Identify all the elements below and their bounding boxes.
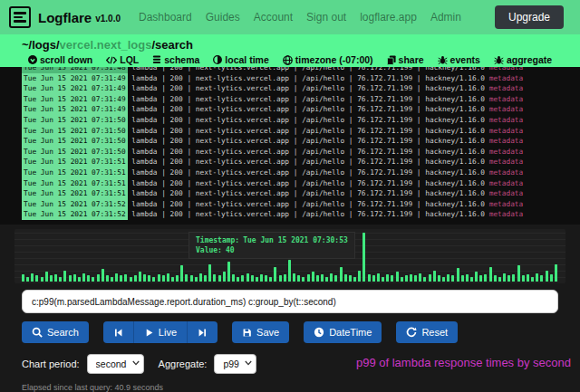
chart-bar (82, 273, 85, 282)
globe-icon (283, 55, 293, 65)
chart-bar (143, 274, 146, 282)
chart-bar (269, 277, 272, 282)
chart-bar (297, 275, 300, 282)
metadata-link[interactable]: metadata (489, 84, 524, 92)
scroll-down-toggle[interactable]: scroll down (28, 54, 92, 65)
events-tab[interactable]: events (438, 54, 480, 65)
breadcrumb-logs-link[interactable]: ~/logs/ (22, 38, 60, 52)
chart-bar (293, 273, 295, 282)
chart-bar (540, 275, 543, 282)
chart-bar (494, 275, 497, 282)
log-row[interactable]: Tue Jun 15 2021 07:31:49 lambda | 200 | … (22, 83, 580, 94)
nav-guides[interactable]: Guides (206, 11, 240, 24)
step-backward-button[interactable] (103, 321, 134, 343)
log-row[interactable]: Tue Jun 15 2021 07:31:50 lambda | 200 | … (22, 115, 580, 126)
chart-bar (185, 274, 188, 282)
chart-bar (204, 275, 207, 282)
log-row[interactable]: Tue Jun 15 2021 07:31:52 lambda | 200 | … (22, 209, 580, 220)
chart-bar (489, 267, 492, 282)
bug-icon (494, 55, 504, 65)
lql-help[interactable]: LQL (106, 54, 139, 65)
chart-bar (208, 264, 211, 282)
aggregate-select[interactable]: p99 (214, 354, 256, 374)
datetime-button[interactable]: DateTime (304, 321, 382, 343)
tooltip-timestamp-label: Timestamp: (196, 236, 239, 244)
chart-bar (195, 277, 198, 282)
log-message: lambda | 200 | next-lytics.vercel.app | … (128, 95, 489, 103)
live-button[interactable]: Live (134, 321, 188, 343)
chart-bar (274, 267, 276, 282)
metadata-link[interactable]: metadata (489, 200, 524, 208)
metadata-link[interactable]: metadata (489, 105, 524, 113)
chart-bar (457, 268, 459, 282)
log-row[interactable]: Tue Jun 15 2021 07:31:52 lambda | 200 | … (22, 199, 580, 210)
log-row[interactable]: Tue Jun 15 2021 07:31:48 lambda | 200 | … (22, 67, 580, 73)
metadata-link[interactable]: metadata (489, 127, 524, 135)
log-row[interactable]: Tue Jun 15 2021 07:31:50 lambda | 200 | … (22, 126, 580, 137)
upgrade-button[interactable]: Upgrade (495, 5, 564, 29)
chart-bar (139, 272, 141, 282)
metadata-link[interactable]: metadata (489, 179, 524, 187)
chart-bar (382, 277, 384, 282)
nav-dashboard[interactable]: Dashboard (139, 11, 192, 24)
metadata-link[interactable]: metadata (489, 74, 524, 82)
chart-bar (414, 275, 417, 282)
metadata-link[interactable]: metadata (489, 168, 524, 177)
search-button[interactable]: Search (22, 321, 89, 343)
search-icon (32, 327, 43, 338)
log-row[interactable]: Tue Jun 15 2021 07:31:49 lambda | 200 | … (22, 94, 580, 105)
log-row[interactable]: Tue Jun 15 2021 07:31:51 lambda | 200 | … (22, 188, 580, 199)
chart-bar (54, 274, 57, 282)
metadata-link[interactable]: metadata (489, 189, 524, 197)
log-message: lambda | 200 | next-lytics.vercel.app | … (128, 137, 489, 145)
log-row[interactable]: Tue Jun 15 2021 07:31:49 lambda | 200 | … (22, 73, 580, 84)
metadata-link[interactable]: metadata (489, 116, 524, 124)
chart-bar (35, 275, 38, 282)
chart-bar (69, 275, 72, 282)
clock-icon (314, 327, 324, 338)
log-timestamp: Tue Jun 15 2021 07:31:51 (22, 167, 128, 178)
log-volume-chart[interactable]: Timestamp:Tue Jun 15 2021 07:30:53 Value… (14, 229, 566, 283)
log-timestamp: Tue Jun 15 2021 07:31:48 (22, 67, 128, 73)
chart-bar (307, 274, 310, 282)
log-timestamp: Tue Jun 15 2021 07:31:50 (22, 126, 128, 137)
chart-bar (546, 271, 548, 282)
breadcrumb-source-link[interactable]: vercel.next_logs (60, 38, 152, 52)
chart-bar (78, 277, 81, 282)
log-row[interactable]: Tue Jun 15 2021 07:31:49 lambda | 200 | … (22, 104, 580, 115)
nav-logflare-app[interactable]: logflare.app (360, 11, 417, 24)
nav-account[interactable]: Account (254, 11, 293, 24)
aggregate-tab[interactable]: aggregate (494, 54, 552, 65)
brand-title[interactable]: Logflare (38, 10, 92, 25)
save-button[interactable]: Save (232, 321, 289, 343)
metadata-link[interactable]: metadata (489, 210, 524, 218)
metadata-link[interactable]: metadata (489, 67, 524, 72)
step-forward-button[interactable] (188, 321, 218, 343)
search-query-input[interactable] (22, 290, 558, 313)
metadata-link[interactable]: metadata (489, 137, 524, 145)
log-timestamp: Tue Jun 15 2021 07:31:49 (22, 104, 128, 115)
metadata-link[interactable]: metadata (489, 158, 524, 166)
share-button[interactable]: share (387, 54, 424, 65)
chart-bar (134, 275, 137, 282)
log-event-list[interactable]: Tue Jun 15 2021 07:31:48 lambda | 200 | … (0, 67, 580, 225)
log-message: lambda | 200 | next-lytics.vercel.app | … (128, 168, 489, 177)
log-row[interactable]: Tue Jun 15 2021 07:31:50 lambda | 200 | … (22, 136, 580, 147)
chart-bar (451, 275, 454, 282)
schema-link[interactable]: schema (152, 54, 199, 65)
metadata-link[interactable]: metadata (489, 95, 524, 103)
metadata-link[interactable]: metadata (489, 148, 524, 156)
reset-button[interactable]: Reset (396, 321, 458, 343)
nav-admin[interactable]: Admin (430, 11, 461, 24)
log-row[interactable]: Tue Jun 15 2021 07:31:50 lambda | 200 | … (22, 147, 580, 158)
timezone-toggle[interactable]: timezone (-07:00) (283, 54, 373, 65)
nav-sign-out[interactable]: Sign out (306, 11, 346, 24)
logflare-logo-icon[interactable] (9, 6, 31, 28)
chart-period-select[interactable]: second (87, 354, 144, 374)
local-time-toggle[interactable]: local time (213, 54, 268, 65)
log-timestamp: Tue Jun 15 2021 07:31:51 (22, 157, 128, 167)
log-row[interactable]: Tue Jun 15 2021 07:31:51 lambda | 200 | … (22, 178, 580, 189)
log-row[interactable]: Tue Jun 15 2021 07:31:51 lambda | 200 | … (22, 167, 580, 178)
breadcrumb-search-link[interactable]: /search (151, 38, 193, 52)
log-row[interactable]: Tue Jun 15 2021 07:31:51 lambda | 200 | … (22, 157, 580, 167)
